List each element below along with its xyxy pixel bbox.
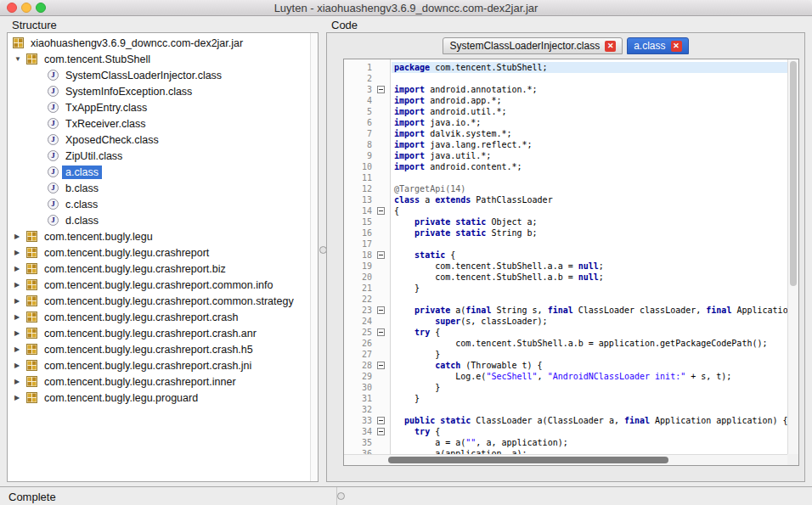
tree-item[interactable]: JSystemClassLoaderInjector.class (8, 67, 309, 83)
package-icon (26, 263, 37, 274)
gutter-line: 1 (344, 62, 390, 73)
code-token: @TargetApi(14) (394, 184, 465, 194)
status-divider-knob[interactable] (337, 492, 345, 500)
close-tab-icon[interactable]: ✕ (605, 41, 616, 52)
code-line: import dalvik.system.*; (392, 128, 787, 139)
tree-item[interactable]: ▶com.tencent.bugly.legu.crashreport (8, 244, 309, 261)
chevron-collapsed-icon[interactable]: ▶ (13, 249, 26, 256)
code-editor[interactable]: 1234567891011121314151617181920212223242… (343, 59, 799, 466)
java-class-icon: J (48, 134, 59, 145)
code-token: a (420, 195, 435, 205)
tree-item-label: com.tencent.bugly.legu.crashreport.inner (41, 375, 240, 389)
tree-item[interactable]: ▶com.tencent.bugly.legu.crashreport.inne… (8, 373, 309, 390)
tree-item[interactable]: xiaohuashengv3.6.9_downcc.com-dex2jar.ja… (8, 35, 309, 51)
tree-item[interactable]: JTxReceiver.class (8, 115, 309, 132)
fold-marker-icon[interactable] (377, 207, 385, 215)
code-token: import (394, 129, 425, 138)
code-token (394, 306, 414, 315)
editor-tab[interactable]: a.class✕ (627, 37, 688, 54)
structure-vertical-scrollbar[interactable] (310, 33, 318, 481)
fold-marker-icon[interactable] (377, 328, 385, 336)
tree-item[interactable]: Jc.class (8, 196, 309, 212)
tree-item[interactable]: ▶com.tencent.bugly.legu.crashreport.cras… (8, 357, 309, 373)
horizontal-scrollbar-thumb[interactable] (388, 457, 668, 463)
fold-marker-icon[interactable] (377, 306, 385, 314)
tree-item[interactable]: ▶com.tencent.bugly.legu.proguard (8, 390, 309, 406)
close-tab-icon[interactable]: ✕ (671, 41, 682, 52)
chevron-collapsed-icon[interactable]: ▶ (13, 265, 26, 272)
line-number-gutter: 1234567891011121314151617181920212223242… (344, 59, 391, 454)
chevron-collapsed-icon[interactable]: ▶ (13, 313, 26, 321)
code-token: class (394, 195, 420, 205)
package-icon (26, 328, 37, 339)
code-token: import (394, 85, 425, 94)
tree-item[interactable]: ▼com.tencent.StubShell (8, 51, 309, 67)
tree-item[interactable]: ▶com.tencent.bugly.legu (8, 228, 309, 244)
code-line: import java.io.*; (392, 117, 787, 128)
structure-tree: xiaohuashengv3.6.9_downcc.com-dex2jar.ja… (8, 35, 309, 481)
fold-marker-icon[interactable] (377, 428, 385, 435)
code-token: import (394, 162, 425, 171)
code-line: } (392, 349, 787, 360)
chevron-collapsed-icon[interactable]: ▶ (13, 329, 26, 337)
chevron-collapsed-icon[interactable]: ▶ (13, 394, 26, 401)
gutter-line: 32 (344, 404, 390, 415)
structure-panel-label: Structure (12, 19, 57, 31)
code-token: (s, classLoader); (460, 317, 547, 326)
line-number: 32 (344, 405, 372, 414)
package-icon (26, 231, 37, 242)
fold-marker-icon[interactable] (377, 86, 385, 93)
code-line (392, 404, 787, 415)
code-text-area[interactable]: package com.tencent.StubShell;import and… (392, 59, 787, 454)
code-line: Log.e("SecShell", "AndroidNClassLoader i… (392, 371, 787, 382)
gutter-line: 25 (344, 327, 390, 338)
tree-item[interactable]: Jb.class (8, 180, 309, 196)
tree-item[interactable]: Ja.class (8, 164, 309, 180)
editor-horizontal-scrollbar[interactable] (344, 454, 787, 465)
tree-item-label: com.tencent.StubShell (41, 53, 154, 66)
tree-item[interactable]: ▶com.tencent.bugly.legu.crashreport.biz (8, 261, 309, 277)
line-number: 30 (344, 383, 372, 392)
code-token: (Throwable t) { (460, 361, 542, 370)
package-icon (26, 311, 37, 323)
tree-item[interactable]: ▶com.tencent.bugly.legu.crashreport.comm… (8, 293, 309, 309)
code-token: package (394, 63, 430, 72)
code-token: Application application) { (731, 306, 787, 315)
line-number: 34 (344, 427, 372, 436)
fold-cell (372, 428, 390, 435)
tree-item-label: com.tencent.bugly.legu.crashreport.crash… (41, 359, 255, 373)
fold-cell (372, 86, 390, 93)
tree-item[interactable]: ▶com.tencent.bugly.legu.crashreport.cras… (8, 309, 309, 325)
fold-marker-icon[interactable] (377, 417, 385, 424)
chevron-collapsed-icon[interactable]: ▶ (13, 297, 26, 305)
code-token: java.util.*; (425, 151, 491, 160)
tree-item-label: com.tencent.bugly.legu.crashreport (41, 246, 212, 260)
tree-item[interactable]: JZipUtil.class (8, 148, 309, 164)
tree-item[interactable]: JSystemInfoException.class (8, 83, 309, 99)
code-line: com.tencent.StubShell.a.b = application.… (392, 338, 787, 349)
fold-cell (372, 207, 390, 215)
editor-tab[interactable]: SystemClassLoaderInjector.class✕ (443, 37, 623, 54)
line-number: 13 (344, 195, 372, 205)
editor-vertical-scrollbar[interactable] (787, 59, 798, 454)
chevron-collapsed-icon[interactable]: ▶ (13, 233, 26, 240)
code-token: null (578, 261, 599, 271)
tree-item[interactable]: ▶com.tencent.bugly.legu.crashreport.cras… (8, 325, 309, 341)
package-icon (26, 344, 37, 355)
tree-item[interactable]: ▶com.tencent.bugly.legu.crashreport.cras… (8, 341, 309, 357)
chevron-collapsed-icon[interactable]: ▶ (13, 362, 26, 369)
chevron-collapsed-icon[interactable]: ▶ (13, 345, 26, 353)
tree-item[interactable]: JXposedCheck.class (8, 132, 309, 148)
vertical-scrollbar-thumb[interactable] (790, 61, 797, 286)
chevron-expanded-icon[interactable]: ▼ (13, 55, 26, 63)
tree-item[interactable]: JTxAppEntry.class (8, 99, 309, 115)
chevron-collapsed-icon[interactable]: ▶ (13, 281, 26, 289)
code-token: ClassLoader classLoader, (573, 306, 707, 315)
code-line: { (392, 205, 787, 216)
fold-marker-icon[interactable] (377, 362, 385, 369)
chevron-collapsed-icon[interactable]: ▶ (13, 378, 26, 385)
tree-item[interactable]: Jd.class (8, 212, 309, 228)
fold-marker-icon[interactable] (377, 251, 385, 259)
tree-item-label: XposedCheck.class (62, 133, 162, 147)
tree-item[interactable]: ▶com.tencent.bugly.legu.crashreport.comm… (8, 277, 309, 293)
